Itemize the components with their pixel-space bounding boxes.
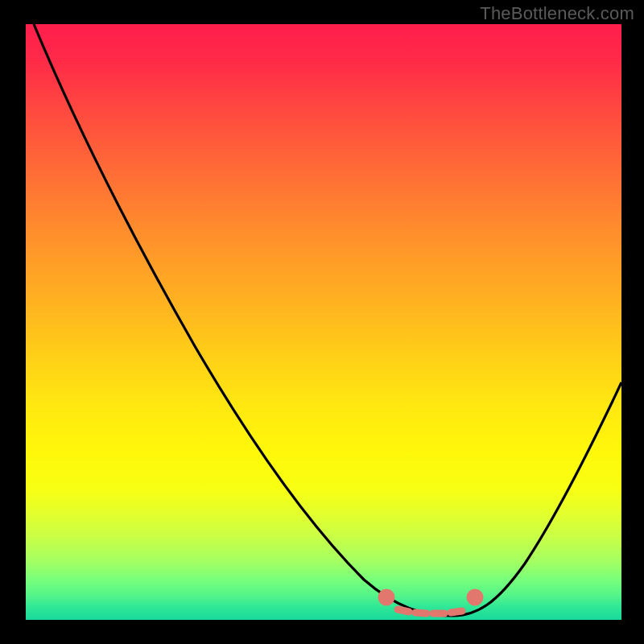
chart-frame: TheBottleneck.com xyxy=(0,0,644,644)
plot-area xyxy=(26,24,621,620)
curve-layer xyxy=(26,24,621,620)
svg-line-4 xyxy=(451,611,462,613)
watermark-text: TheBottleneck.com xyxy=(480,3,634,24)
svg-point-5 xyxy=(470,592,480,602)
svg-line-2 xyxy=(415,613,427,613)
svg-point-0 xyxy=(382,592,391,602)
bottleneck-curve xyxy=(34,24,621,616)
svg-line-1 xyxy=(398,609,409,612)
